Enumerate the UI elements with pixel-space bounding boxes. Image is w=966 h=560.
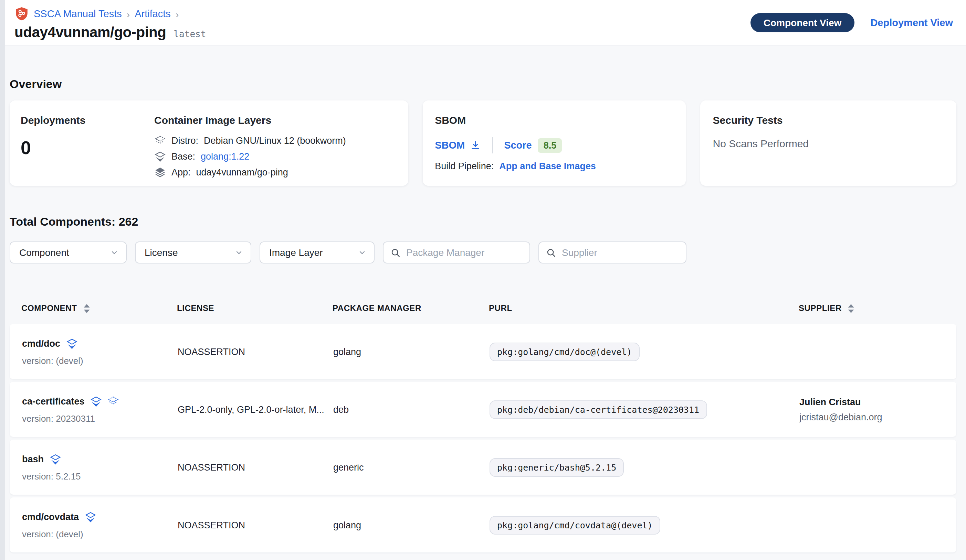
security-tests-empty-text: No Scans Performed (713, 138, 944, 149)
package-manager-search-input[interactable] (406, 247, 531, 258)
image-layer-filter-label: Image Layer (269, 247, 323, 258)
purl-column-label: PURL (489, 303, 512, 313)
sbom-download-link[interactable]: SBOM (435, 140, 481, 151)
table-row[interactable]: bash version: 5.2.15 NOASSERTION generic… (10, 440, 956, 495)
package-manager-cell: deb (333, 404, 490, 414)
page-title: uday4vunnam/go-ping (15, 24, 166, 41)
column-header-package-manager: PACKAGE MANAGER (333, 303, 489, 313)
layers-dashed-icon (107, 395, 119, 407)
breadcrumb-artifacts-link[interactable]: Artifacts (135, 8, 171, 19)
package-manager-cell: golang (333, 346, 490, 357)
base-image-link[interactable]: golang:1.22 (201, 151, 249, 162)
search-icon (390, 247, 401, 258)
supplier-cell (799, 522, 944, 527)
divider (492, 137, 493, 154)
breadcrumb-separator: › (127, 8, 130, 20)
container-image-layers-title: Container Image Layers (154, 114, 397, 126)
component-name: cmd/doc (22, 338, 60, 349)
component-view-button[interactable]: Component View (751, 13, 855, 32)
main-content: Overview Deployments 0 Container Image L… (0, 46, 966, 552)
supplier-cell: Julien Cristau jcristau@debian.org (799, 396, 944, 422)
package-manager-cell: generic (333, 462, 490, 472)
breadcrumb-project-link[interactable]: SSCA Manual Tests (34, 8, 122, 19)
chevron-down-icon (235, 248, 243, 257)
distro-layers-icon (154, 135, 166, 147)
supplier-column-label: SUPPLIER (799, 303, 842, 313)
image-layer-filter-dropdown[interactable]: Image Layer (260, 241, 375, 264)
sbom-download-label: SBOM (435, 140, 465, 151)
license-column-label: LICENSE (177, 303, 214, 313)
layers-filled-icon (84, 511, 96, 522)
table-header: COMPONENT LICENSE PACKAGE MANAGER PURL S… (10, 299, 956, 317)
search-icon (546, 247, 556, 258)
component-version: version: (devel) (22, 529, 177, 539)
component-name: ca-certificates (22, 396, 85, 406)
table-row[interactable]: ca-certificates (10, 382, 956, 437)
download-icon[interactable] (470, 140, 481, 150)
component-filter-dropdown[interactable]: Component (10, 241, 127, 264)
app-label: App: (171, 167, 191, 177)
license-filter-label: License (145, 247, 178, 258)
column-header-supplier: SUPPLIER (799, 303, 945, 313)
license-cell: NOASSERTION (177, 346, 333, 357)
package-manager-column-label: PACKAGE MANAGER (333, 303, 421, 313)
column-header-component: COMPONENT (21, 303, 177, 313)
chevron-down-icon (358, 248, 366, 257)
sbom-card: SBOM SBOM Score 8.5 Build (422, 100, 686, 186)
filters-row: Component License Image Layer (10, 241, 956, 264)
component-name: bash (22, 454, 44, 464)
deployment-view-button[interactable]: Deployment View (870, 17, 953, 28)
sort-icon[interactable] (83, 304, 90, 313)
supplier-search (539, 241, 687, 264)
component-name: cmd/covdata (22, 511, 79, 522)
supplier-search-input[interactable] (562, 247, 687, 258)
purl-chip: pkg:golang/cmd/covdata@(devel) (490, 516, 660, 534)
app-value: uday4vunnam/go-ping (196, 167, 288, 177)
table-row[interactable]: cmd/doc version: (devel) NOASSERTION gol… (10, 324, 956, 379)
overview-heading: Overview (10, 46, 956, 92)
component-version: version: 5.2.15 (22, 471, 177, 481)
base-label: Base: (171, 151, 195, 162)
sbom-score-label: Score (504, 140, 532, 151)
build-pipeline-link[interactable]: App and Base Images (499, 161, 596, 171)
base-layers-icon (154, 151, 166, 162)
column-header-purl: PURL (489, 303, 799, 313)
security-tests-card: Security Tests No Scans Performed (701, 100, 956, 186)
license-filter-dropdown[interactable]: License (135, 241, 251, 264)
base-layer-row: Base: golang:1.22 (154, 151, 397, 162)
sbom-score-badge: 8.5 (538, 138, 562, 152)
top-bar: SSCA Manual Tests › Artifacts › uday4vun… (0, 0, 966, 46)
app-layers-icon (154, 167, 166, 178)
purl-chip: pkg:generic/bash@5.2.15 (490, 458, 624, 476)
supplier-email: jcristau@debian.org (799, 412, 944, 422)
license-cell: GPL-2.0-only, GPL-2.0-or-later, M... (177, 404, 333, 414)
license-cell: NOASSERTION (177, 520, 333, 530)
left-edge-strip (0, 0, 5, 560)
component-version: version: 20230311 (22, 413, 177, 423)
component-column-label: COMPONENT (21, 303, 77, 313)
layers-filled-icon (90, 395, 102, 407)
purl-chip: pkg:golang/cmd/doc@(devel) (490, 342, 639, 361)
build-pipeline-label: Build Pipeline: (435, 161, 494, 171)
component-version: version: (devel) (22, 355, 177, 366)
distro-label: Distro: (171, 136, 198, 146)
components-table: cmd/doc version: (devel) NOASSERTION gol… (10, 324, 956, 552)
layers-filled-icon (66, 337, 77, 349)
chevron-down-icon (110, 248, 118, 257)
purl-chip: pkg:deb/debian/ca-certificates@20230311 (490, 400, 707, 419)
deployments-label: Deployments (21, 114, 154, 126)
package-manager-cell: golang (333, 520, 490, 530)
sort-icon[interactable] (848, 304, 855, 313)
distro-value: Debian GNU/Linux 12 (bookworm) (204, 136, 346, 146)
column-header-license: LICENSE (177, 303, 333, 313)
sbom-card-title: SBOM (435, 114, 674, 126)
table-row[interactable]: cmd/covdata version: (devel) NOASSERTION… (10, 498, 956, 552)
page: SSCA Manual Tests › Artifacts › uday4vun… (0, 0, 966, 560)
breadcrumb-separator: › (176, 8, 179, 20)
component-filter-label: Component (19, 247, 69, 258)
deployments-card: Deployments 0 Container Image Layers (10, 100, 408, 186)
license-cell: NOASSERTION (177, 462, 333, 472)
supplier-name: Julien Cristau (799, 396, 944, 407)
layers-filled-icon (49, 453, 61, 465)
artifact-tag: latest (174, 29, 206, 39)
